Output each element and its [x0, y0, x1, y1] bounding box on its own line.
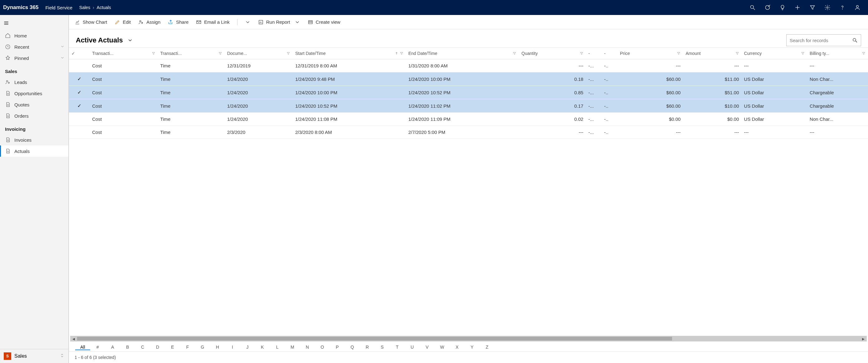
column-header-c1[interactable]: - — [586, 48, 602, 59]
filter-icon[interactable] — [735, 52, 739, 55]
table-row[interactable]: CostTime1/24/20201/24/2020 10:00 PM1/24/… — [69, 86, 868, 99]
sidebar-item-invoices[interactable]: Invoices — [0, 134, 68, 146]
row-checkbox[interactable] — [69, 99, 90, 113]
index-letter[interactable]: W — [435, 344, 450, 350]
chevron-updown-icon[interactable] — [60, 353, 65, 359]
index-letter[interactable]: X — [450, 344, 465, 350]
index-letter[interactable]: I — [225, 344, 240, 350]
row-checkbox[interactable] — [69, 59, 90, 72]
filter-icon[interactable] — [286, 52, 290, 55]
column-header-document_date[interactable]: Docume... — [225, 48, 293, 59]
filter-icon[interactable] — [580, 52, 584, 55]
filter-icon[interactable] — [152, 52, 155, 55]
index-letter[interactable]: O — [315, 344, 330, 350]
show-chart-button[interactable]: Show Chart — [74, 19, 107, 25]
area-switcher[interactable]: S Sales — [0, 349, 68, 363]
index-letter[interactable]: H — [210, 344, 225, 350]
add-icon[interactable] — [794, 4, 801, 10]
task-icon[interactable] — [765, 4, 771, 10]
index-letter[interactable]: E — [165, 344, 180, 350]
scroll-left-icon[interactable]: ◂ — [71, 336, 76, 341]
column-header-price[interactable]: Price — [617, 48, 683, 59]
email-link-button[interactable]: Email a Link — [196, 19, 230, 25]
index-letter[interactable]: L — [270, 344, 285, 350]
index-letter[interactable]: Q — [345, 344, 360, 350]
index-letter[interactable]: B — [120, 344, 135, 350]
cell-currency[interactable]: US Dollar — [742, 86, 807, 99]
index-letter[interactable]: R — [360, 344, 375, 350]
table-row[interactable]: CostTime12/31/201912/31/2019 8:00 AM1/31… — [69, 59, 868, 72]
table-row[interactable]: CostTime1/24/20201/24/2020 9:48 PM1/24/2… — [69, 72, 868, 86]
assign-button[interactable]: Assign — [138, 19, 160, 25]
sidebar-item-opportunities[interactable]: Opportunities — [0, 88, 68, 99]
row-checkbox[interactable] — [69, 126, 90, 139]
search-input[interactable] — [790, 38, 849, 43]
index-letter[interactable]: Z — [479, 344, 495, 350]
table-row[interactable]: CostTime1/24/20201/24/2020 10:52 PM1/24/… — [69, 99, 868, 113]
horizontal-scrollbar[interactable]: ◂ ▸ — [70, 336, 867, 341]
index-letter[interactable]: V — [420, 344, 435, 350]
help-icon[interactable] — [839, 4, 845, 10]
select-all-checkbox[interactable] — [69, 48, 90, 59]
index-letter[interactable]: P — [330, 344, 345, 350]
filter-icon[interactable] — [677, 52, 681, 55]
sidebar-item-quotes[interactable]: Quotes — [0, 99, 68, 110]
index-letter[interactable]: M — [285, 344, 300, 350]
filter-icon[interactable] — [809, 4, 815, 10]
filter-icon[interactable] — [862, 52, 866, 55]
email-link-dropdown[interactable] — [245, 19, 251, 25]
column-header-quantity[interactable]: Quantity — [519, 48, 586, 59]
column-header-end[interactable]: End Date/Time — [406, 48, 519, 59]
row-checkbox[interactable] — [69, 113, 90, 126]
scroll-thumb[interactable] — [77, 337, 672, 340]
filter-icon[interactable] — [400, 52, 403, 55]
breadcrumb-item[interactable]: Sales — [79, 5, 90, 10]
column-header-c2[interactable]: - — [601, 48, 617, 59]
filter-icon[interactable] — [801, 52, 805, 55]
sidebar-toggle[interactable] — [0, 18, 12, 29]
edit-button[interactable]: Edit — [115, 19, 131, 25]
sidebar-item-home[interactable]: Home — [0, 30, 68, 41]
app-name[interactable]: Field Service — [45, 5, 72, 10]
index-letter[interactable]: All — [75, 344, 90, 350]
search-box[interactable] — [786, 34, 861, 46]
index-letter[interactable]: # — [90, 344, 105, 350]
gear-icon[interactable] — [824, 4, 831, 10]
index-letter[interactable]: U — [405, 344, 420, 350]
index-letter[interactable]: D — [150, 344, 165, 350]
sidebar-item-orders[interactable]: Orders — [0, 110, 68, 121]
index-letter[interactable]: T — [390, 344, 405, 350]
column-header-billing[interactable]: Billing ty... — [807, 48, 868, 59]
index-letter[interactable]: N — [300, 344, 315, 350]
index-letter[interactable]: C — [135, 344, 150, 350]
view-selector[interactable]: Active Actuals — [76, 36, 133, 44]
sidebar-item-actuals[interactable]: Actuals — [0, 146, 68, 157]
sidebar-item-leads[interactable]: Leads — [0, 77, 68, 88]
filter-icon[interactable] — [513, 52, 516, 55]
bulb-icon[interactable] — [779, 4, 786, 10]
chevron-down-icon[interactable] — [60, 44, 65, 50]
column-header-transaction_type[interactable]: Transacti... — [158, 48, 225, 59]
share-button[interactable]: Share — [168, 19, 188, 25]
index-letter[interactable]: G — [195, 344, 210, 350]
run-report-button[interactable]: Run Report — [258, 19, 300, 25]
sidebar-item-pinned[interactable]: Pinned — [0, 53, 68, 64]
column-header-start[interactable]: Start Date/Time — [293, 48, 406, 59]
cell-currency[interactable]: US Dollar — [742, 72, 807, 86]
table-row[interactable]: CostTime1/24/20201/24/2020 11:08 PM1/24/… — [69, 113, 868, 126]
create-view-button[interactable]: Create view — [308, 19, 340, 25]
column-header-amount[interactable]: Amount — [683, 48, 741, 59]
breadcrumb-item[interactable]: Actuals — [97, 5, 111, 10]
scroll-right-icon[interactable]: ▸ — [861, 336, 866, 341]
index-letter[interactable]: K — [255, 344, 270, 350]
row-checkbox[interactable] — [69, 72, 90, 86]
sidebar-item-recent[interactable]: Recent — [0, 41, 68, 53]
column-header-currency[interactable]: Currency — [742, 48, 807, 59]
table-row[interactable]: CostTime2/3/20202/3/2020 8:00 AM2/7/2020… — [69, 126, 868, 139]
index-letter[interactable]: F — [180, 344, 195, 350]
cell-currency[interactable]: US Dollar — [742, 113, 807, 126]
cell-currency[interactable]: US Dollar — [742, 99, 807, 113]
index-letter[interactable]: S — [375, 344, 390, 350]
chevron-down-icon[interactable] — [60, 56, 65, 61]
user-icon[interactable] — [854, 4, 861, 10]
